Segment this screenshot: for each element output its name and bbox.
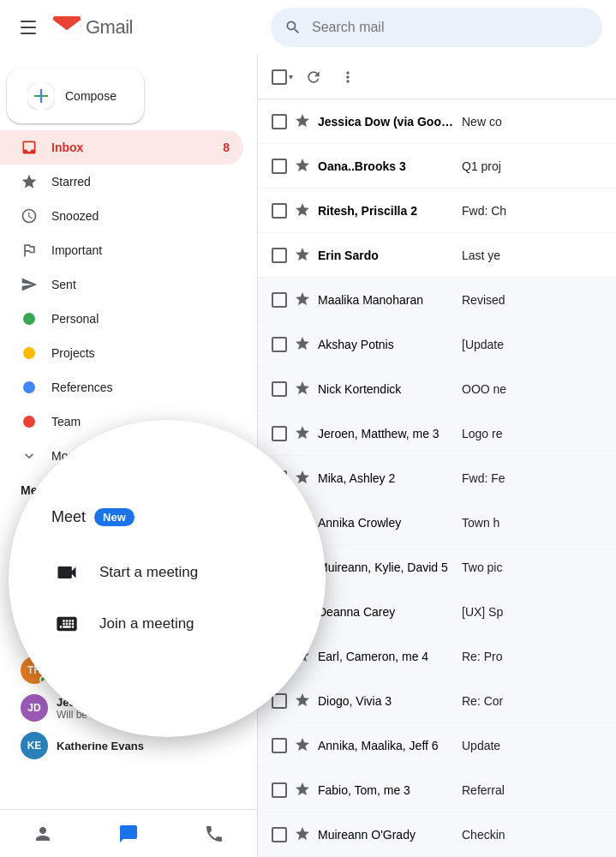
email-sender: Akshay Potnis <box>318 338 455 351</box>
sent-label: Sent <box>51 278 230 291</box>
star-icon[interactable] <box>294 381 311 398</box>
sidebar-item-snoozed[interactable]: Snoozed <box>0 199 243 233</box>
email-row[interactable]: Akshay Potnis [Update <box>258 322 616 367</box>
email-checkbox[interactable] <box>272 292 287 308</box>
compose-button[interactable]: Compose <box>7 69 144 123</box>
email-sender: Oana..Brooks 3 <box>318 159 455 173</box>
email-row[interactable]: Nick Kortendick OOO ne <box>258 367 616 411</box>
inbox-label: Inbox <box>51 141 209 154</box>
sidebar-item-starred[interactable]: Starred <box>0 165 243 199</box>
star-icon[interactable] <box>294 826 311 843</box>
refresh-button[interactable] <box>300 63 327 91</box>
star-icon[interactable] <box>294 470 311 487</box>
snoozed-label: Snoozed <box>51 209 230 223</box>
email-sender: Erin Sardo <box>318 249 455 262</box>
email-checkbox[interactable] <box>272 114 287 129</box>
sidebar-item-projects[interactable]: Projects <box>0 336 243 370</box>
email-row[interactable]: Jeroen, Matthew, me 3 Logo re <box>258 411 616 456</box>
contact-avatar-1: JD <box>21 694 48 722</box>
sidebar-item-personal[interactable]: Personal <box>0 302 243 336</box>
star-icon[interactable] <box>294 247 311 264</box>
email-checkbox[interactable] <box>272 203 287 219</box>
more-options-button[interactable] <box>334 63 362 91</box>
email-checkbox[interactable] <box>272 426 287 441</box>
sidebar-item-important[interactable]: Important <box>0 233 243 267</box>
inbox-badge: 8 <box>223 141 230 154</box>
star-icon[interactable] <box>294 202 311 219</box>
email-sender: Nick Kortendick <box>318 382 455 396</box>
email-row[interactable]: Ritesh, Priscilla 2 Fwd: Ch <box>258 189 616 233</box>
contact-info-2: Katherine Evans <box>57 740 144 752</box>
star-icon[interactable] <box>294 113 311 130</box>
popup-meet-header: Meet New <box>43 508 135 526</box>
email-toolbar: ▾ <box>258 55 616 99</box>
email-row[interactable]: Jessica Dow (via Google. New co <box>258 99 616 144</box>
popup-new-badge: New <box>94 508 135 526</box>
contact-name-2: Katherine Evans <box>57 740 144 752</box>
email-sender: Earl, Cameron, me 4 <box>318 650 455 663</box>
email-checkbox[interactable] <box>272 738 287 753</box>
email-checkbox[interactable] <box>272 782 287 798</box>
email-content: Re: Pro <box>462 650 602 663</box>
chevron-down-icon <box>21 447 38 464</box>
email-sender: Fabio, Tom, me 3 <box>318 783 455 797</box>
important-icon <box>21 242 38 259</box>
projects-dot-icon <box>21 345 38 362</box>
email-row[interactable]: Oana..Brooks 3 Q1 proj <box>258 144 616 189</box>
sidebar-item-references[interactable]: References <box>0 370 243 405</box>
email-row[interactable]: Fabio, Tom, me 3 Referral <box>258 768 616 812</box>
contact-avatar-2: KE <box>21 732 48 759</box>
email-row[interactable]: Maalika Manoharan Revised <box>258 278 616 322</box>
popup-start-meeting[interactable]: Start a meeting <box>43 547 291 598</box>
popup-join-meeting[interactable]: Join a meeting <box>43 598 291 650</box>
bottom-contacts-button[interactable] <box>17 824 69 844</box>
email-row[interactable]: Annika, Maalika, Jeff 6 Update <box>258 723 616 768</box>
email-row[interactable]: Muireann O'Grady Checkin <box>258 812 616 857</box>
hamburger-menu-icon[interactable] <box>14 14 43 41</box>
email-sender: Diogo, Vivia 3 <box>318 694 455 708</box>
email-content: Town h <box>462 516 602 530</box>
email-checkbox[interactable] <box>272 159 287 174</box>
bottom-navigation-bar <box>0 809 257 857</box>
email-content: [UX] Sp <box>462 605 602 619</box>
star-icon[interactable] <box>294 692 311 710</box>
email-content: Fwd: Fe <box>462 471 602 485</box>
search-input[interactable] <box>312 20 589 35</box>
email-content: Re: Cor <box>462 694 602 708</box>
star-icon[interactable] <box>294 158 311 175</box>
bottom-phone-button[interactable] <box>188 824 240 844</box>
email-row[interactable]: Diogo, Vivia 3 Re: Cor <box>258 679 616 723</box>
star-icon[interactable] <box>294 291 311 309</box>
bottom-chat-button[interactable] <box>103 824 154 844</box>
email-sender: Muireann O'Grady <box>318 828 455 842</box>
email-checkbox[interactable] <box>272 827 287 842</box>
email-sender: Annika, Maalika, Jeff 6 <box>318 739 455 752</box>
personal-dot-icon <box>21 310 38 327</box>
star-icon[interactable] <box>294 425 311 442</box>
email-sender: Jeroen, Matthew, me 3 <box>318 427 455 440</box>
inbox-icon <box>21 139 38 156</box>
search-bar[interactable] <box>271 8 602 47</box>
popup-inner: Meet New Start a meeting Join a meeting <box>9 491 326 667</box>
email-row[interactable]: Erin Sardo Last ye <box>258 233 616 278</box>
star-icon[interactable] <box>294 782 311 799</box>
select-dropdown-arrow[interactable]: ▾ <box>289 72 293 81</box>
star-icon[interactable] <box>294 737 311 754</box>
select-all-checkbox[interactable] <box>272 69 287 85</box>
sidebar-item-inbox[interactable]: Inbox 8 <box>0 130 243 165</box>
email-content: Revised <box>462 293 602 307</box>
email-checkbox[interactable] <box>272 337 287 352</box>
email-sender: Ritesh, Priscilla 2 <box>318 204 455 218</box>
email-checkbox[interactable] <box>272 248 287 263</box>
email-checkbox[interactable] <box>272 381 287 397</box>
email-sender: Annika Crowley <box>318 516 455 530</box>
email-rows-container: Jessica Dow (via Google. New co Oana..Br… <box>258 99 616 857</box>
sidebar-item-sent[interactable]: Sent <box>0 267 243 302</box>
select-all-area[interactable]: ▾ <box>272 69 293 85</box>
email-sender: Muireann, Kylie, David 5 <box>318 560 455 574</box>
search-icon <box>284 19 302 36</box>
meet-popup[interactable]: Meet New Start a meeting Join a meeting <box>9 420 326 737</box>
chat-bubble-icon <box>118 824 139 844</box>
popup-keyboard-icon <box>51 608 82 639</box>
star-icon[interactable] <box>294 336 311 353</box>
